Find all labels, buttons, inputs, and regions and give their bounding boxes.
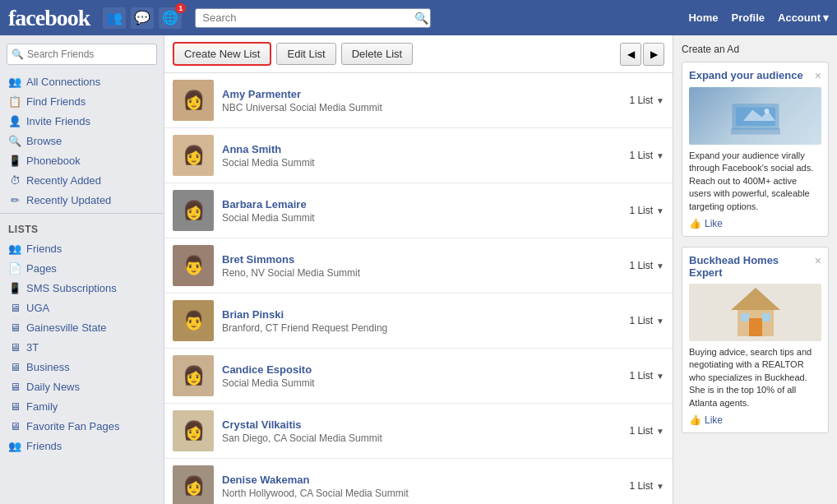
search-friends-input[interactable] bbox=[7, 44, 157, 65]
friend-list-button[interactable]: 1 List ▼ bbox=[629, 370, 664, 381]
svg-marker-5 bbox=[731, 288, 780, 310]
friend-row[interactable]: 👨 Bret Simmons Reno, NV Social Media Sum… bbox=[164, 238, 673, 294]
ad1-text: Expand your audience virally through Fac… bbox=[689, 150, 821, 213]
ad1-image bbox=[689, 87, 821, 145]
friend-row[interactable]: 👩 Amy Parmenter NBC Universal Social Med… bbox=[164, 73, 673, 128]
right-panel: Create an Ad Expand your audience × Expa… bbox=[673, 35, 837, 504]
friend-list-button[interactable]: 1 List ▼ bbox=[629, 425, 664, 437]
toolbar: Create New List Edit List Delete List ◀ … bbox=[164, 35, 673, 73]
svg-rect-8 bbox=[741, 313, 749, 321]
sidebar-list-item-family[interactable]: 🖥Family bbox=[0, 396, 164, 416]
prev-arrow-button[interactable]: ◀ bbox=[620, 43, 641, 66]
friend-name: Amy Parmenter bbox=[222, 88, 621, 100]
sidebar-item-label: All Connections bbox=[26, 76, 100, 88]
sidebar-list-items: 👥Friends📄Pages📱SMS Subscriptions🖥UGA🖥Gai… bbox=[0, 238, 164, 455]
search-box: 🔍 bbox=[195, 8, 431, 28]
friend-name: Barbara Lemaire bbox=[222, 198, 621, 210]
sidebar-list-icon: 🖥 bbox=[8, 380, 21, 393]
sidebar-list-item-friends[interactable]: 👥Friends bbox=[0, 436, 164, 455]
friend-list-button[interactable]: 1 List ▼ bbox=[629, 95, 664, 106]
next-arrow-button[interactable]: ▶ bbox=[643, 43, 664, 66]
sidebar-list-label: Friends bbox=[26, 243, 62, 255]
sidebar-list-item-sms-subscriptions[interactable]: 📱SMS Subscriptions bbox=[0, 278, 164, 298]
sidebar-list-label: Gainesville State bbox=[26, 321, 107, 334]
sidebar-list-icon: 👥 bbox=[8, 439, 21, 452]
svg-point-3 bbox=[764, 109, 769, 113]
friend-list-count: 1 List bbox=[629, 480, 653, 492]
friend-list-button[interactable]: 1 List ▼ bbox=[629, 205, 664, 216]
friend-avatar: 👩 bbox=[173, 410, 214, 451]
chevron-down-icon: ▼ bbox=[656, 482, 664, 491]
search-submit-button[interactable]: 🔍 bbox=[414, 12, 428, 25]
sidebar-list-item-gainesville-state[interactable]: 🖥Gainesville State bbox=[0, 317, 164, 337]
friend-list-button[interactable]: 1 List ▼ bbox=[629, 260, 664, 271]
delete-list-button[interactable]: Delete List bbox=[341, 43, 413, 65]
sidebar-main-items: 👥All Connections📋Find Friends👤Invite Fri… bbox=[0, 72, 164, 210]
friend-list-button[interactable]: 1 List ▼ bbox=[629, 315, 664, 326]
ad1-like-button[interactable]: 👍 Like bbox=[689, 218, 821, 229]
messages-nav-icon[interactable]: 💬 bbox=[131, 7, 154, 29]
sidebar-item-find-friends[interactable]: 📋Find Friends bbox=[0, 91, 164, 111]
friend-list-button[interactable]: 1 List ▼ bbox=[629, 150, 664, 161]
friend-name: Candice Esposito bbox=[222, 363, 621, 376]
sidebar-item-phonebook[interactable]: 📱Phonebook bbox=[0, 150, 164, 170]
svg-rect-7 bbox=[749, 318, 762, 336]
friend-row[interactable]: 👩 Denise Wakeman North Hollywood, CA Soc… bbox=[164, 459, 673, 504]
sidebar-list-label: Business bbox=[26, 361, 70, 373]
sidebar-item-label: Invite Friends bbox=[26, 115, 90, 127]
friend-name: Denise Wakeman bbox=[222, 474, 621, 486]
sidebar-list-icon: 📄 bbox=[8, 261, 21, 275]
sidebar-list-icon: 🖥 bbox=[8, 340, 21, 354]
facebook-logo: facebook bbox=[8, 5, 90, 31]
sidebar-list-item-business[interactable]: 🖥Business bbox=[0, 357, 164, 377]
notifications-nav-icon[interactable]: 🌐 1 bbox=[159, 7, 182, 29]
friend-row[interactable]: 👩 Crystal Vilkaitis San Diego, CA Social… bbox=[164, 404, 673, 459]
search-input[interactable] bbox=[195, 8, 431, 28]
sidebar-list-item-3t[interactable]: 🖥3T bbox=[0, 337, 164, 357]
sidebar-list-item-favorite-fan-pages[interactable]: 🖥Favorite Fan Pages bbox=[0, 416, 164, 436]
friend-list-count: 1 List bbox=[629, 370, 653, 381]
friend-avatar: 👩 bbox=[173, 465, 214, 504]
sidebar-list-item-uga[interactable]: 🖥UGA bbox=[0, 298, 164, 317]
create-new-list-button[interactable]: Create New List bbox=[173, 42, 271, 66]
sidebar-list-item-pages[interactable]: 📄Pages bbox=[0, 258, 164, 278]
friend-row[interactable]: 👩 Anna Smith Social Media Summit 1 List … bbox=[164, 128, 673, 183]
friend-info: Anna Smith Social Media Summit bbox=[222, 143, 621, 169]
create-ad-label[interactable]: Create an Ad bbox=[682, 44, 829, 55]
profile-nav-link[interactable]: Profile bbox=[732, 12, 765, 24]
sidebar-list-label: Daily News bbox=[26, 381, 80, 393]
friend-sub: Social Media Summit bbox=[222, 377, 621, 389]
sidebar-list-label: Friends bbox=[26, 440, 62, 452]
sidebar-list-item-friends[interactable]: 👥Friends bbox=[0, 238, 164, 258]
ad-card-buckhead: Buckhead Homes Expert × Buying advice, s… bbox=[682, 247, 829, 433]
sidebar-item-all-connections[interactable]: 👥All Connections bbox=[0, 72, 164, 91]
edit-list-button[interactable]: Edit List bbox=[276, 43, 335, 65]
sidebar-list-item-daily-news[interactable]: 🖥Daily News bbox=[0, 377, 164, 396]
sidebar-item-recently-updated[interactable]: ✏Recently Updated bbox=[0, 190, 164, 210]
friend-sub: Branford, CT Friend Request Pending bbox=[222, 322, 621, 334]
ad2-close-button[interactable]: × bbox=[815, 254, 821, 267]
friend-info: Amy Parmenter NBC Universal Social Media… bbox=[222, 88, 621, 113]
ad-card-expand-audience: Expand your audience × Expand your audie… bbox=[682, 62, 829, 237]
sidebar-item-recently-added[interactable]: ⏱Recently Added bbox=[0, 170, 164, 190]
nav-icon-group: 👥 💬 🌐 1 bbox=[103, 7, 182, 29]
sidebar-list-label: Favorite Fan Pages bbox=[26, 420, 119, 432]
sidebar-item-label: Recently Added bbox=[26, 174, 101, 187]
home-nav-link[interactable]: Home bbox=[688, 12, 718, 24]
sidebar-icon: 👤 bbox=[8, 114, 21, 127]
friend-row[interactable]: 👨 Brian Pinski Branford, CT Friend Reque… bbox=[164, 294, 673, 349]
account-nav-button[interactable]: Account ▾ bbox=[778, 12, 829, 24]
sidebar-item-browse[interactable]: 🔍Browse bbox=[0, 131, 164, 150]
svg-rect-9 bbox=[762, 313, 770, 321]
friend-list-button[interactable]: 1 List ▼ bbox=[629, 480, 664, 492]
sidebar-list-icon: 🖥 bbox=[8, 301, 21, 314]
friend-row[interactable]: 👩 Barbara Lemaire Social Media Summit 1 … bbox=[164, 183, 673, 238]
friends-nav-icon[interactable]: 👥 bbox=[103, 7, 126, 29]
sidebar-item-invite-friends[interactable]: 👤Invite Friends bbox=[0, 111, 164, 131]
friend-row[interactable]: 👩 Candice Esposito Social Media Summit 1… bbox=[164, 349, 673, 404]
ad1-close-button[interactable]: × bbox=[815, 69, 821, 82]
friend-name: Brian Pinski bbox=[222, 308, 621, 321]
ad2-like-button[interactable]: 👍 Like bbox=[689, 414, 821, 426]
sidebar-item-label: Recently Updated bbox=[26, 194, 111, 206]
sidebar-item-label: Phonebook bbox=[26, 155, 81, 167]
